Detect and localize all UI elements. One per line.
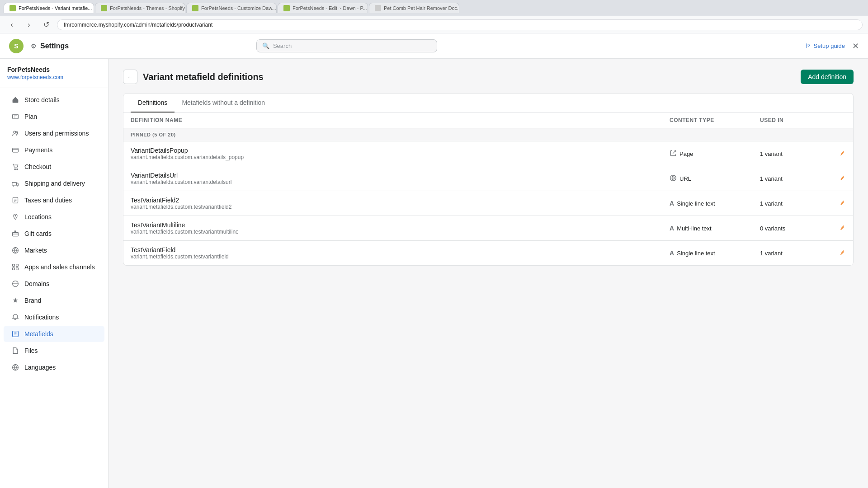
metafields-icon [11,329,20,338]
row-2-pin-icon[interactable] [828,175,846,182]
table-row[interactable]: VariantDetailsUrl variant.metafields.cus… [123,166,853,191]
table-row[interactable]: VariantDetailsPopup variant.metafields.c… [123,141,853,166]
col-content-type: Content type [670,117,760,123]
row-3-used-in: 1 variant [760,200,828,207]
sidebar-item-languages[interactable]: Languages [4,359,104,375]
setup-guide-button[interactable]: 🏳 Setup guide [805,42,845,49]
sidebar-item-checkout[interactable]: Checkout [4,159,104,175]
sidebar-item-apps-sales-channels[interactable]: Apps and sales channels [4,259,104,275]
tab-label-3: ForPetsNeeds - Customize Daw... [201,5,276,11]
row-3-pin-icon[interactable] [828,200,846,207]
browser-tab-2[interactable]: ForPetsNeeds - Themes - Shopify ✕ [95,3,185,13]
col-pin [828,117,846,123]
browser-nav: ‹ › ↺ fmrcommerce.myshopify.com/admin/me… [0,16,868,33]
sidebar-item-notifications[interactable]: Notifications [4,309,104,325]
table-row[interactable]: TestVariantField2 variant.metafields.cus… [123,191,853,216]
sidebar-item-domains[interactable]: Domains [4,276,104,292]
sidebar-item-plan[interactable]: Plan [4,108,104,125]
row-5-used-in: 1 variant [760,250,828,257]
flag-icon: 🏳 [805,42,811,49]
browser-tab-4[interactable]: ForPetsNeeds - Edit ~ Dawn - P... ✕ [278,3,368,13]
row-3-def-key: variant.metafields.custom.testvariantfie… [131,204,670,210]
svg-point-8 [14,169,15,169]
address-text: fmrcommerce.myshopify.com/admin/metafiel… [64,22,212,28]
sidebar-item-shipping-delivery[interactable]: Shipping and delivery [4,175,104,192]
sidebar-item-files[interactable]: Files [4,343,104,359]
row-4-content-type-icon: A [670,225,674,232]
apps-sales-channels-icon [11,263,20,272]
settings-title-area: ⚙ Settings [31,42,69,50]
store-details-label: Store details [24,96,60,103]
browser-tabs: ForPetsNeeds - Variant metafie... ✕ ForP… [4,3,864,13]
col-definition-name: Definition name [131,117,670,123]
row-5-pin-icon[interactable] [828,249,846,257]
row-1-content-type-icon [670,150,677,158]
files-label: Files [24,347,38,354]
row-1-pin-icon[interactable] [828,150,846,157]
locations-icon [11,212,20,221]
tab-metafields-without-definition[interactable]: Metafields without a definition [175,94,272,113]
table-row[interactable]: TestVariantMultiline variant.metafields.… [123,216,853,241]
row-4-def-key: variant.metafields.custom.testvariantmul… [131,229,670,235]
row-1-content-type-label: Page [679,150,693,157]
tab-favicon-4 [283,5,290,11]
search-input-wrap[interactable]: 🔍 Search [256,39,437,52]
sidebar-item-metafields[interactable]: Metafields [4,326,104,342]
sidebar-item-taxes-duties[interactable]: Taxes and duties [4,192,104,208]
close-settings-button[interactable]: ✕ [852,41,859,51]
address-bar[interactable]: fmrcommerce.myshopify.com/admin/metafiel… [57,19,863,30]
svg-rect-0 [13,100,19,103]
sidebar-item-locations[interactable]: Locations [4,209,104,225]
tab-favicon-5 [375,5,381,11]
search-bar: 🔍 Search [256,39,437,52]
svg-point-5 [16,131,18,133]
taxes-duties-icon [11,196,20,205]
metafields-label: Metafields [24,330,53,338]
add-definition-button[interactable]: Add definition [801,70,854,84]
notifications-icon [11,313,20,322]
sidebar-item-gift-cards[interactable]: Gift cards [4,225,104,242]
col-used-in: Used in [760,117,828,123]
row-4-content-type: A Multi-line text [670,225,760,232]
markets-icon [11,246,20,255]
sidebar: ForPetsNeeds www.forpetsneeds.com Store … [0,59,108,488]
browser-tab-1[interactable]: ForPetsNeeds - Variant metafie... ✕ [4,3,94,13]
svg-rect-24 [16,268,19,270]
svg-rect-23 [13,268,15,270]
svg-point-12 [17,185,18,186]
row-5-content-type-label: Single line text [677,250,715,257]
back-button[interactable]: ← [123,70,137,84]
gift-cards-label: Gift cards [24,230,52,237]
row-4-pin-icon[interactable] [828,225,846,232]
row-1-used-in: 1 variant [760,150,828,157]
browser-tab-3[interactable]: ForPetsNeeds - Customize Daw... ✕ [186,3,277,13]
sidebar-item-users-permissions[interactable]: Users and permissions [4,125,104,141]
tab-definitions[interactable]: Definitions [131,94,175,113]
row-4-name-cell: TestVariantMultiline variant.metafields.… [131,221,670,235]
svg-rect-22 [16,264,19,267]
sidebar-item-brand[interactable]: Brand [4,292,104,309]
forward-button[interactable]: › [23,19,35,31]
back-button[interactable]: ‹ [5,19,18,31]
content-area: ← Variant metafield definitions Add defi… [108,59,868,488]
table-row[interactable]: TestVariantField variant.metafields.cust… [123,241,853,265]
shipping-delivery-label: Shipping and delivery [24,180,85,187]
row-5-name-cell: TestVariantField variant.metafields.cust… [131,246,670,260]
sidebar-item-store-details[interactable]: Store details [4,92,104,108]
svg-rect-6 [13,148,19,152]
sidebar-item-markets[interactable]: Markets [4,242,104,258]
header-right: 🏳 Setup guide ✕ [805,41,859,51]
sidebar-item-payments[interactable]: Payments [4,142,104,158]
page-title-row: ← Variant metafield definitions [123,70,264,84]
reload-button[interactable]: ↺ [40,19,52,31]
row-1-content-type: Page [670,150,760,158]
notifications-label: Notifications [24,314,59,321]
browser-tab-5[interactable]: Pet Comb Pet Hair Remover Doc... ✕ [369,3,459,13]
domains-icon [11,279,20,288]
checkout-icon [11,162,20,171]
browser-chrome: ForPetsNeeds - Variant metafie... ✕ ForP… [0,0,868,16]
store-url[interactable]: www.forpetsneeds.com [7,74,63,80]
tab-favicon-3 [192,5,198,11]
setup-guide-label: Setup guide [814,42,845,49]
tab-label-1: ForPetsNeeds - Variant metafie... [19,5,92,11]
